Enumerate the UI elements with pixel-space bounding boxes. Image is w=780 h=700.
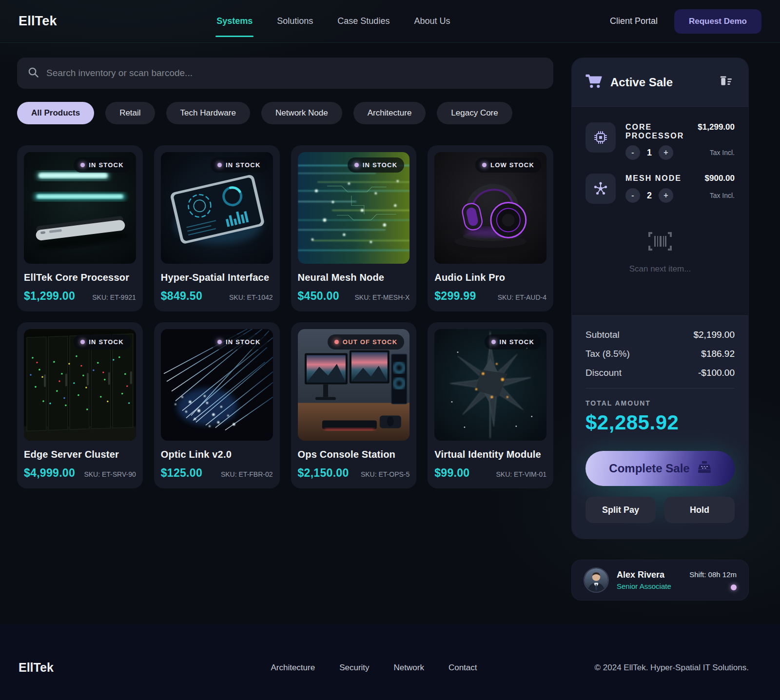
qty-decrease-button[interactable]: - — [625, 145, 640, 160]
filter-retail[interactable]: Retail — [105, 102, 155, 124]
product-price: $2,150.00 — [298, 467, 349, 480]
product-image-optic-link: IN STOCK — [161, 329, 273, 441]
product-sku: SKU: ET-OPS-5 — [361, 470, 410, 478]
product-card-virtual-identity-module[interactable]: IN STOCK Virtual Identity Module $99.00 … — [428, 322, 553, 488]
barcode-icon — [648, 232, 672, 253]
footer-link-architecture[interactable]: Architecture — [271, 663, 315, 673]
product-image-virtual-identity-module: IN STOCK — [434, 329, 546, 441]
stock-dot-icon — [217, 340, 222, 344]
discount-value: -$100.00 — [698, 368, 735, 378]
total-amount-value: $2,285.92 — [585, 411, 735, 434]
product-sku: SKU: ET-AUD-4 — [498, 293, 546, 301]
user-role: Senior Associate — [617, 582, 682, 590]
qty-decrease-button[interactable]: - — [625, 188, 640, 203]
quantity-stepper: - 1 + — [625, 145, 673, 160]
product-image-core-processor: IN STOCK — [24, 152, 136, 264]
qty-value: 2 — [647, 191, 652, 201]
product-image-neural-mesh-node: IN STOCK — [298, 152, 410, 264]
cart-item-name: MESH NODE — [625, 174, 682, 183]
tax-value: $186.92 — [701, 349, 735, 359]
qty-increase-button[interactable]: + — [659, 188, 673, 203]
filter-network-node[interactable]: Network Node — [261, 102, 342, 124]
stock-dot-icon — [482, 163, 487, 167]
page-footer: EllTek Architecture Security Network Con… — [0, 624, 780, 700]
hold-button[interactable]: Hold — [664, 497, 735, 523]
product-price: $125.00 — [161, 467, 202, 480]
product-sku: SKU: ET-9921 — [92, 293, 136, 301]
stock-dot-icon — [354, 163, 359, 167]
cart-items: CORE PROCESSOR $1,299.00 - 1 + Tax Incl. — [572, 107, 748, 204]
product-image-hyper-spatial-interface: IN STOCK — [161, 152, 273, 264]
complete-sale-button[interactable]: Complete Sale — [585, 451, 735, 486]
tax-label: Tax (8.5%) — [585, 349, 630, 359]
product-price: $849.50 — [161, 290, 202, 303]
clear-cart-button[interactable] — [716, 73, 735, 91]
presence-dot-icon — [731, 584, 737, 590]
discount-label: Discount — [585, 368, 622, 378]
filter-tech-hardware[interactable]: Tech Hardware — [166, 102, 250, 124]
qty-value: 1 — [647, 148, 652, 158]
qty-increase-button[interactable]: + — [659, 145, 673, 160]
user-name: Alex Rivera — [617, 570, 682, 580]
search-input[interactable] — [46, 68, 543, 78]
product-image-ops-console-station: OUT OF STOCK — [298, 329, 410, 441]
catalog-section: All Products Retail Tech Hardware Networ… — [17, 58, 553, 488]
filter-chips: All Products Retail Tech Hardware Networ… — [17, 102, 553, 124]
nav-links: Systems Solutions Case Studies About Us — [215, 12, 451, 30]
product-card-neural-mesh-node[interactable]: IN STOCK Neural Mesh Node $450.00 SKU: E… — [291, 145, 417, 311]
product-card-edge-server-cluster[interactable]: IN STOCK Edge Server Cluster $4,999.00 S… — [17, 322, 143, 488]
footer-link-security[interactable]: Security — [339, 663, 369, 673]
stock-dot-icon — [491, 340, 496, 344]
sale-sidebar: Active Sale — [571, 58, 749, 601]
stock-badge: IN STOCK — [74, 334, 130, 350]
stock-badge: IN STOCK — [211, 157, 267, 173]
mesh-node-icon — [585, 174, 616, 204]
scan-prompt: Scan next item... — [572, 232, 748, 274]
nav-item-about-us[interactable]: About Us — [413, 12, 451, 30]
cash-register-icon — [698, 461, 711, 476]
product-card-core-processor[interactable]: IN STOCK EllTek Core Processor $1,299.00… — [17, 145, 143, 311]
stock-dot-icon — [80, 163, 85, 167]
request-demo-button[interactable]: Request Demo — [674, 9, 761, 34]
cpu-chip-icon — [585, 122, 616, 153]
client-portal-link[interactable]: Client Portal — [610, 16, 658, 26]
product-price: $450.00 — [298, 290, 339, 303]
stock-dot-icon — [334, 340, 339, 344]
product-card-optic-link[interactable]: IN STOCK Optic Link v2.0 $125.00 SKU: ET… — [154, 322, 280, 488]
product-name: Audio Link Pro — [434, 272, 546, 283]
nav-item-solutions[interactable]: Solutions — [276, 12, 314, 30]
nav-item-systems[interactable]: Systems — [215, 12, 254, 30]
product-card-ops-console-station[interactable]: OUT OF STOCK Ops Console Station $2,150.… — [291, 322, 417, 488]
stock-dot-icon — [80, 340, 85, 344]
product-image-audio-link-pro: LOW STOCK — [434, 152, 546, 264]
footer-link-network[interactable]: Network — [394, 663, 424, 673]
cart-item-mesh-node: MESH NODE $900.00 - 2 + Tax Incl. — [585, 174, 735, 204]
search-icon — [28, 67, 39, 80]
product-name: Hyper-Spatial Interface — [161, 272, 273, 283]
nav-item-case-studies[interactable]: Case Studies — [336, 12, 390, 30]
cart-item-name: CORE PROCESSOR — [625, 123, 698, 140]
top-nav: EllTek Systems Solutions Case Studies Ab… — [0, 0, 780, 43]
filter-legacy-core[interactable]: Legacy Core — [437, 102, 512, 124]
product-sku: SKU: ET-1042 — [229, 293, 273, 301]
user-card: Alex Rivera Senior Associate Shift: 08h … — [571, 560, 749, 601]
stock-badge: IN STOCK — [485, 334, 541, 350]
product-card-audio-link-pro[interactable]: LOW STOCK Audio Link Pro $299.99 SKU: ET… — [428, 145, 553, 311]
active-sale-panel: Active Sale — [571, 58, 749, 539]
split-pay-button[interactable]: Split Pay — [585, 497, 656, 523]
product-name: Optic Link v2.0 — [161, 449, 273, 460]
product-card-hyper-spatial-interface[interactable]: IN STOCK Hyper-Spatial Interface $849.50… — [154, 145, 280, 311]
panel-title: Active Sale — [610, 76, 673, 89]
stock-badge: LOW STOCK — [475, 157, 541, 173]
filter-architecture[interactable]: Architecture — [353, 102, 426, 124]
quantity-stepper: - 2 + — [625, 188, 673, 203]
footer-link-contact[interactable]: Contact — [448, 663, 477, 673]
stock-badge: IN STOCK — [74, 157, 130, 173]
stock-badge: IN STOCK — [211, 334, 267, 350]
product-name: Ops Console Station — [298, 449, 410, 460]
stock-badge: OUT OF STOCK — [328, 334, 404, 350]
brand-logo: EllTek — [19, 14, 57, 29]
filter-all-products[interactable]: All Products — [17, 102, 94, 124]
product-image-edge-server-cluster: IN STOCK — [24, 329, 136, 441]
product-sku: SKU: ET-MESH-X — [354, 293, 410, 301]
